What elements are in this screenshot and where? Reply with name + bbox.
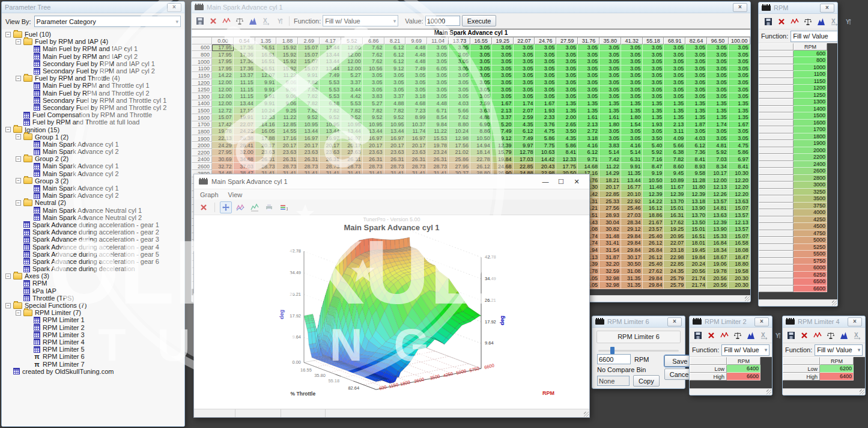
grid-cell[interactable]: 1.74: [514, 100, 535, 108]
grid-cell[interactable]: 14.22: [212, 72, 234, 79]
grid-row-header[interactable]: 1700: [192, 121, 212, 129]
grid-cell[interactable]: 3.05: [664, 66, 685, 73]
grid-cell[interactable]: 31.35: [621, 282, 643, 289]
grid-cell[interactable]: 6.12: [578, 149, 599, 156]
grid-cell[interactable]: 7.82: [363, 107, 384, 114]
grid-cell[interactable]: 3.05: [685, 51, 707, 58]
grid-cell[interactable]: 1150: [794, 78, 827, 85]
grid-cell[interactable]: 3.05: [556, 93, 578, 100]
grid-cell[interactable]: 3.05: [427, 51, 449, 58]
grid-cell[interactable]: 6.38: [664, 149, 685, 156]
grid-cell[interactable]: 18.47: [729, 254, 750, 261]
grid-cell[interactable]: 3.05: [599, 51, 621, 58]
grid-cell[interactable]: 29.12: [621, 226, 643, 233]
grid-cell[interactable]: 3.37: [341, 79, 363, 87]
grid-row-header[interactable]: Low: [783, 365, 820, 373]
maximize-icon[interactable]: ☐: [553, 178, 569, 186]
grid-cell[interactable]: 3.05: [427, 44, 449, 52]
grid-cell[interactable]: 23.18: [664, 247, 685, 254]
grid-cell[interactable]: 23.63: [405, 149, 427, 156]
grid-cell[interactable]: 2.72: [578, 128, 599, 135]
grid-cell[interactable]: 2.59: [514, 114, 535, 121]
close-icon[interactable]: [198, 201, 210, 213]
grid-row-header[interactable]: 1800: [192, 128, 212, 135]
grid-cell[interactable]: 17.10: [234, 107, 255, 114]
grid-cell[interactable]: 4.75: [535, 128, 556, 135]
save-icon[interactable]: [762, 16, 774, 27]
tree-item[interactable]: RPM Limiter 3: [2, 331, 184, 338]
grid-row-header[interactable]: 2000: [192, 142, 212, 149]
grid-cell[interactable]: 1.35: [556, 100, 578, 108]
grid-cell[interactable]: 19.78: [707, 268, 729, 275]
grid-cell[interactable]: 25.40: [643, 261, 664, 268]
grid-cell[interactable]: 13.44: [621, 177, 643, 185]
grid-cell[interactable]: 15.01: [685, 226, 707, 233]
grid-row-header[interactable]: High: [690, 373, 727, 381]
grid-cell[interactable]: 1.35: [707, 100, 729, 108]
grid-cell[interactable]: 6.05: [427, 66, 449, 73]
grid-cell[interactable]: 28.93: [599, 212, 621, 219]
grid-cell[interactable]: 20.17: [255, 142, 277, 149]
grid-cell[interactable]: 3.05: [470, 79, 492, 87]
grid-cell[interactable]: 4250: [794, 216, 827, 224]
grid-row-header[interactable]: [759, 278, 794, 286]
grid-cell[interactable]: 12.20: [729, 184, 750, 191]
grid-cell[interactable]: 12.39: [685, 191, 707, 198]
grid-col-header[interactable]: 68.91: [664, 37, 685, 44]
grid-cell[interactable]: 17.95: [212, 58, 234, 66]
grid-cell[interactable]: 11.22: [276, 72, 298, 79]
save-icon[interactable]: [194, 15, 205, 26]
grid-cell[interactable]: 10.50: [643, 177, 664, 185]
grid-cell[interactable]: 10.17: [707, 170, 729, 177]
grid-cell[interactable]: 13.44: [320, 58, 341, 66]
grid-cell[interactable]: 2.13: [664, 121, 685, 129]
delete-icon[interactable]: [775, 16, 787, 27]
expander-icon[interactable]: −: [5, 303, 11, 308]
grid-cell[interactable]: 4.16: [621, 142, 643, 149]
trace-icon[interactable]: [789, 16, 800, 27]
grid-cell[interactable]: 22.98: [664, 254, 685, 261]
trace-icon[interactable]: [718, 329, 730, 341]
grid-row-header[interactable]: [759, 64, 794, 72]
grid-cell[interactable]: 3.05: [449, 79, 470, 87]
grid-cell[interactable]: 10.24: [255, 107, 277, 114]
grid-cell[interactable]: 3.05: [535, 66, 556, 73]
compare-bin-input[interactable]: [597, 376, 630, 386]
grid-cell[interactable]: 20.17: [384, 142, 406, 149]
grid-cell[interactable]: 1500: [794, 112, 827, 120]
function-dropdown[interactable]: Fill w/ Value ▾: [815, 344, 863, 356]
grid-cell[interactable]: 7.82: [298, 79, 320, 87]
grid-cell[interactable]: 26.31: [405, 156, 427, 164]
grid-cell[interactable]: 13.44: [320, 44, 341, 52]
grid-cell[interactable]: 3.83: [363, 93, 384, 100]
grid-cell[interactable]: 11.35: [621, 170, 643, 177]
grid-cell[interactable]: 12.00: [212, 93, 234, 100]
grid-cell[interactable]: 20.17: [298, 142, 320, 149]
grid-cell[interactable]: 1.35: [685, 100, 707, 108]
grid-cell[interactable]: 32.98: [599, 275, 621, 282]
grid-cell[interactable]: 3.05: [643, 79, 664, 87]
grid-cell[interactable]: 9.06: [276, 93, 298, 100]
grid-cell[interactable]: 6.31: [621, 156, 643, 164]
grid-cell[interactable]: 13.90: [707, 226, 729, 233]
grid-cell[interactable]: 3.05: [578, 51, 599, 58]
grid-cell[interactable]: 3.05: [578, 58, 599, 66]
grid-cell[interactable]: 23.63: [363, 149, 384, 156]
grid-cell[interactable]: 28.73: [341, 163, 363, 170]
tree-item[interactable]: −Neutral (2): [2, 199, 184, 206]
grid-row-header[interactable]: Low: [690, 365, 727, 373]
grid-cell[interactable]: 20.56: [685, 268, 707, 275]
grid-cell[interactable]: 22.13: [212, 135, 234, 142]
grid-row-header[interactable]: [759, 258, 794, 265]
grid-col-header[interactable]: 0.00: [212, 37, 234, 44]
grid-cell[interactable]: 4.88: [384, 100, 406, 108]
grid-cell[interactable]: 15.92: [276, 58, 298, 66]
grid-row-header[interactable]: 1000: [192, 58, 212, 66]
scales-icon[interactable]: [802, 16, 813, 27]
grid-cell[interactable]: 3.11: [664, 128, 685, 135]
grid-col-header[interactable]: 24.76: [535, 37, 556, 44]
save-icon[interactable]: [692, 329, 703, 341]
grid-cell[interactable]: 7.82: [298, 100, 320, 108]
grid-cell[interactable]: 23.57: [643, 226, 664, 233]
grid-cell[interactable]: 3.37: [492, 114, 514, 121]
